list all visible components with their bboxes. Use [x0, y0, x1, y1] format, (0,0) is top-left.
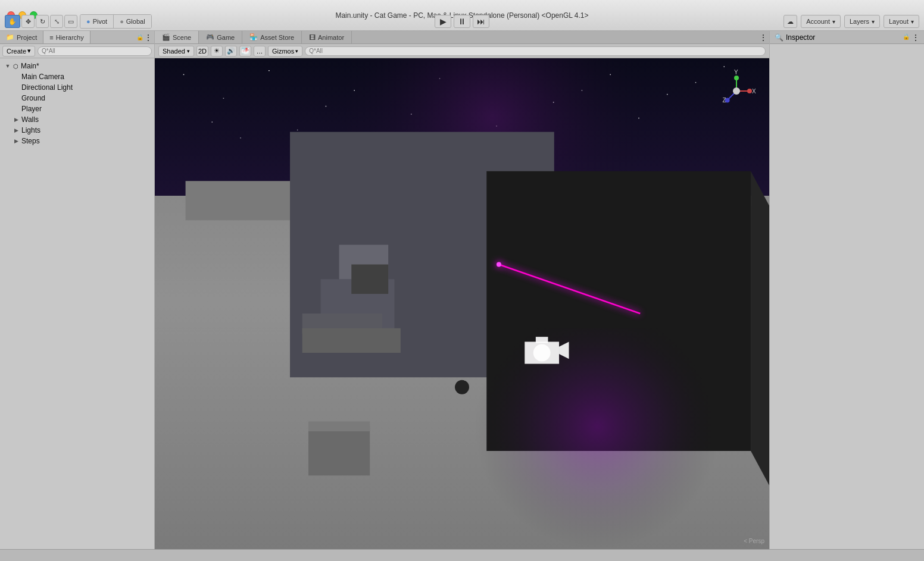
tree-item-directional-light[interactable]: Directional Light — [0, 82, 154, 93]
expand-icon: ▼ — [5, 63, 11, 69]
shaded-label: Shaded — [163, 48, 185, 55]
2d-button[interactable]: 2D — [196, 46, 208, 57]
hand-tool-button[interactable]: ✋ — [5, 15, 20, 28]
expand-icon-steps: ▶ — [13, 138, 19, 144]
tree-label: Main* — [21, 62, 39, 70]
pivot-label: Pivot — [93, 18, 107, 25]
pivot-dot: ● — [86, 18, 90, 25]
tree-label: Steps — [21, 137, 40, 145]
tree-item-main-camera[interactable]: Main Camera — [0, 71, 154, 82]
right-toolbar-controls: ☁ Account Layers Layout — [783, 15, 919, 28]
animator-icon: 🎞 — [309, 34, 316, 41]
expand-spacer — [13, 84, 19, 90]
tab-game[interactable]: 🎮 Game — [199, 31, 242, 43]
tree-item-main[interactable]: ▼ ⬡ Main* — [0, 61, 154, 71]
move-tool-button[interactable]: ✥ — [21, 15, 35, 28]
expand-spacer — [13, 74, 19, 80]
statusbar — [0, 549, 924, 561]
rect-tool-button[interactable]: ▭ — [64, 15, 77, 28]
tab-project[interactable]: 📁 Project — [0, 31, 43, 43]
tree-label: Main Camera — [21, 73, 64, 81]
right-panel: 🔍 Inspector 🔒 ⋮ — [769, 31, 924, 549]
global-dot: ● — [120, 18, 124, 25]
scene-search-input[interactable] — [305, 46, 766, 56]
step-button[interactable]: ⏭ — [473, 15, 489, 28]
inspector-icon: 🔍 — [775, 33, 783, 42]
left-panel: 📁 Project ≡ Hierarchy 🔒 ⋮ Create ▾ ▼ — [0, 31, 155, 549]
2d-label: 2D — [198, 48, 207, 55]
main-toolbar: ✋ ✥ ↻ ⤡ ▭ ● Pivot ● Global ▶ ⏸ ⏭ ☁ Acc — [0, 12, 924, 30]
rotate-tool-button[interactable]: ↻ — [36, 15, 49, 28]
layers-dropdown[interactable]: Layers — [844, 15, 880, 28]
pivot-global-group: ● Pivot ● Global — [80, 14, 152, 29]
global-button[interactable]: ● Global — [114, 15, 151, 28]
transform-tools: ✋ ✥ ↻ ⤡ ▭ — [5, 15, 77, 28]
tree-item-ground[interactable]: Ground — [0, 93, 154, 104]
effects-button[interactable]: 🌁 — [239, 46, 251, 57]
folder-icon: 📁 — [6, 33, 14, 41]
hierarchy-search-input[interactable] — [38, 46, 152, 56]
gizmos-dropdown[interactable]: Gizmos — [268, 46, 302, 57]
play-button[interactable]: ▶ — [435, 15, 451, 28]
expand-icon-walls: ▶ — [13, 117, 19, 123]
tree-item-walls[interactable]: ▶ Walls — [0, 114, 154, 125]
layout-dropdown[interactable]: Layout — [884, 15, 919, 28]
tree-item-steps[interactable]: ▶ Steps — [0, 136, 154, 146]
tree-label: Walls — [21, 115, 39, 124]
create-label: Create — [7, 48, 26, 55]
pause-button[interactable]: ⏸ — [454, 15, 470, 28]
lock-icon: 🔒 — [136, 34, 143, 40]
tree-label: Directional Light — [21, 83, 73, 92]
account-dropdown[interactable]: Account — [801, 15, 841, 28]
pivot-button[interactable]: ● Pivot — [80, 15, 114, 28]
tab-animator[interactable]: 🎞 Animator — [302, 31, 352, 43]
game-tab-label: Game — [217, 34, 235, 41]
tree-item-player[interactable]: Player — [0, 104, 154, 114]
tree-label: Player — [21, 105, 42, 113]
left-panel-tabs: 📁 Project ≡ Hierarchy 🔒 ⋮ — [0, 31, 154, 44]
hierarchy-tab-label: Hierarchy — [56, 34, 84, 41]
gizmos-label: Gizmos — [272, 48, 294, 55]
hierarchy-tree: ▼ ⬡ Main* Main Camera Directional Light … — [0, 58, 154, 549]
tab-hierarchy[interactable]: ≡ Hierarchy — [43, 31, 90, 43]
tree-label: Lights — [21, 126, 40, 134]
hierarchy-toolbar: Create ▾ — [0, 44, 154, 58]
expand-spacer — [13, 106, 19, 112]
audio-button[interactable]: 🔊 — [225, 46, 237, 57]
scene-more-icon[interactable]: ⋮ — [760, 33, 767, 42]
asset-store-tab-label: Asset Store — [260, 34, 294, 41]
scene-canvas — [155, 58, 769, 549]
tab-scene[interactable]: 🎬 Scene — [155, 31, 199, 43]
project-tab-label: Project — [17, 34, 37, 41]
tree-icon: ⬡ — [13, 63, 18, 70]
tab-asset-store[interactable]: 🏪 Asset Store — [242, 31, 302, 43]
more-icon[interactable]: ⋮ — [145, 33, 152, 42]
lock-inspector-icon[interactable]: 🔒 — [903, 33, 910, 42]
store-icon: 🏪 — [249, 33, 258, 41]
game-icon: 🎮 — [206, 33, 214, 41]
animator-tab-label: Animator — [318, 34, 344, 41]
scale-tool-button[interactable]: ⤡ — [50, 15, 63, 28]
hidden-button[interactable]: … — [254, 46, 266, 57]
tree-label: Ground — [21, 94, 45, 102]
inspector-title: Inspector — [786, 33, 815, 42]
scene-tab-label: Scene — [173, 34, 191, 41]
tree-item-lights[interactable]: ▶ Lights — [0, 125, 154, 136]
inspector-more-icon[interactable]: ⋮ — [912, 33, 919, 42]
cloud-button[interactable]: ☁ — [783, 15, 797, 28]
expand-spacer — [13, 95, 19, 101]
inspector-header: 🔍 Inspector 🔒 ⋮ — [770, 31, 924, 44]
center-panel: 🎬 Scene 🎮 Game 🏪 Asset Store 🎞 Animator … — [155, 31, 769, 549]
hierarchy-icon: ≡ — [49, 34, 53, 41]
main-layout: 📁 Project ≡ Hierarchy 🔒 ⋮ Create ▾ ▼ — [0, 31, 924, 549]
scene-controls: Shaded 2D ☀ 🔊 🌁 … Gizmos — [155, 44, 769, 58]
play-controls: ▶ ⏸ ⏭ — [435, 15, 489, 28]
create-button[interactable]: Create ▾ — [2, 46, 35, 57]
shaded-dropdown[interactable]: Shaded — [158, 46, 194, 57]
global-label: Global — [126, 18, 145, 25]
scene-tabs: 🎬 Scene 🎮 Game 🏪 Asset Store 🎞 Animator … — [155, 31, 769, 44]
lighting-button[interactable]: ☀ — [211, 46, 223, 57]
create-chevron: ▾ — [27, 47, 31, 55]
expand-icon-lights: ▶ — [13, 127, 19, 133]
scene-viewport[interactable]: < Persp — [155, 58, 769, 549]
